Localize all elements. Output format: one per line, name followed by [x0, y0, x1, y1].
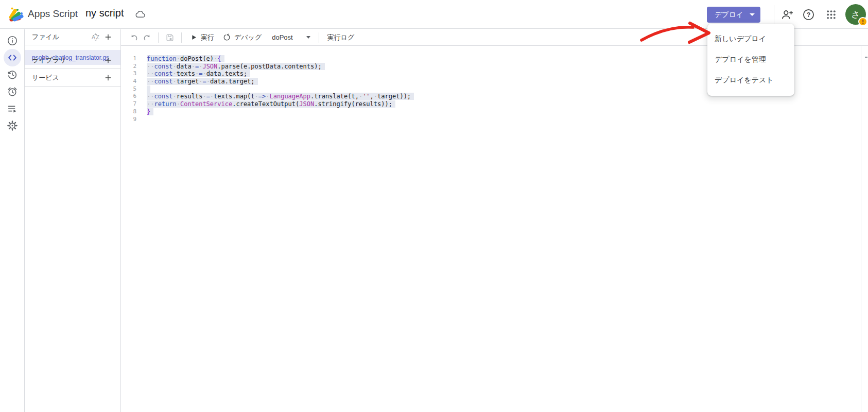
save-icon — [165, 32, 175, 43]
debug-button[interactable]: デバッグ — [218, 31, 266, 44]
sidebar-item-overview[interactable] — [0, 32, 25, 49]
redo-icon — [142, 32, 152, 43]
scrollbar-selection-mark — [865, 57, 867, 58]
toolbar-divider — [319, 32, 319, 43]
plus-icon — [103, 73, 113, 82]
add-file-button[interactable] — [102, 31, 114, 43]
line-number: 3 — [121, 70, 136, 78]
apps-script-logo[interactable] — [8, 6, 24, 23]
line-number: 5 — [121, 85, 136, 93]
deploy-button-label: デプロイ — [715, 10, 743, 20]
code-text: ··const·texts·=·data.texts; — [147, 70, 250, 78]
line-number: 1 — [121, 55, 136, 63]
menu-item-manage-deployments[interactable]: デプロイを管理 — [707, 49, 794, 70]
svg-text:?: ? — [807, 11, 811, 19]
chevron-down-icon — [306, 36, 310, 39]
code-text: ··const·data·=·JSON.parse(e.postData.con… — [147, 63, 325, 71]
chevron-down-icon — [750, 13, 755, 16]
files-panel-header: ファイル A Z — [25, 29, 120, 45]
line-number: 9 — [121, 116, 136, 124]
google-apps-grid-icon[interactable] — [826, 10, 836, 20]
play-icon — [190, 33, 198, 41]
run-button[interactable]: 実行 — [186, 31, 218, 44]
info-icon — [7, 35, 18, 46]
code-text: function·doPost(e)·{ — [147, 55, 224, 63]
debug-label: デバッグ — [234, 33, 262, 42]
plus-icon — [103, 56, 113, 65]
avatar[interactable]: さ ! — [845, 4, 866, 25]
code-text: ··const·results·=·texts.map(t·=>·Languag… — [147, 93, 414, 100]
alarm-clock-icon — [7, 86, 18, 97]
sidebar-item-editor[interactable] — [0, 49, 25, 66]
share-add-user-icon[interactable] — [780, 8, 794, 22]
sort-az-icon: A Z — [91, 33, 100, 41]
code-icon — [7, 52, 18, 63]
deploy-button[interactable]: デプロイ — [707, 7, 760, 23]
add-service-button[interactable] — [102, 72, 114, 84]
redo-button[interactable] — [141, 30, 154, 45]
line-number: 8 — [121, 108, 136, 116]
sidebar-item-history[interactable] — [0, 66, 25, 83]
sidebar-item-triggers[interactable] — [0, 83, 25, 100]
menu-item-new-deployment[interactable]: 新しいデプロイ — [707, 29, 794, 49]
line-number: 6 — [121, 93, 136, 100]
files-panel: ファイル A Z psobb_chatlog_translator.gs ライブ… — [25, 29, 121, 412]
undo-button[interactable] — [127, 30, 141, 45]
function-select-value: doPost — [272, 33, 292, 41]
execution-log-label: 実行ログ — [327, 33, 355, 42]
run-label: 実行 — [201, 33, 214, 42]
gear-icon — [7, 120, 18, 131]
editor-scrollbar[interactable] — [861, 46, 864, 412]
files-panel-title: ファイル — [32, 32, 90, 42]
avatar-alert-badge: ! — [858, 17, 867, 26]
plus-icon — [103, 32, 113, 42]
menu-item-test-deployments[interactable]: デプロイをテスト — [707, 70, 794, 91]
help-icon[interactable]: ? — [802, 8, 815, 21]
history-clock-icon — [7, 69, 18, 80]
undo-icon — [129, 32, 139, 43]
project-title[interactable]: ny script — [85, 7, 124, 19]
function-select[interactable]: doPost — [268, 31, 314, 43]
deploy-dropdown-menu: 新しいデプロイ デプロイを管理 デプロイをテスト — [707, 24, 794, 96]
toolbar-divider — [181, 32, 182, 43]
app-name[interactable]: Apps Script — [28, 8, 78, 20]
add-library-button[interactable] — [102, 54, 114, 66]
code-text — [147, 85, 150, 93]
code-text: } — [147, 108, 153, 116]
line-number: 7 — [121, 100, 136, 108]
execution-log-button[interactable]: 実行ログ — [323, 31, 359, 44]
services-section[interactable]: サービス — [25, 69, 120, 87]
services-label: サービス — [32, 73, 102, 82]
line-number: 4 — [121, 78, 136, 85]
list-play-icon — [7, 103, 18, 114]
code-line[interactable]: 9 — [121, 116, 868, 124]
code-text: ··return·ContentService.createTextOutput… — [147, 100, 395, 108]
code-text: ··const·target·=·data.target; — [147, 78, 258, 85]
sidebar-item-executions[interactable] — [0, 100, 25, 117]
libraries-label: ライブラリ — [32, 56, 102, 65]
toolbar-divider — [158, 32, 159, 43]
code-line[interactable]: 7··return·ContentService.createTextOutpu… — [121, 100, 868, 108]
code-line[interactable]: 8} — [121, 108, 868, 116]
save-project-button[interactable] — [163, 30, 177, 45]
debug-restart-icon — [222, 33, 231, 42]
sort-az-button[interactable]: A Z — [90, 31, 102, 43]
header-divider — [774, 5, 774, 24]
save-status-cloud-icon — [135, 9, 146, 20]
sidebar-item-settings[interactable] — [0, 117, 25, 134]
line-number: 2 — [121, 63, 136, 71]
left-icon-rail — [0, 29, 25, 412]
